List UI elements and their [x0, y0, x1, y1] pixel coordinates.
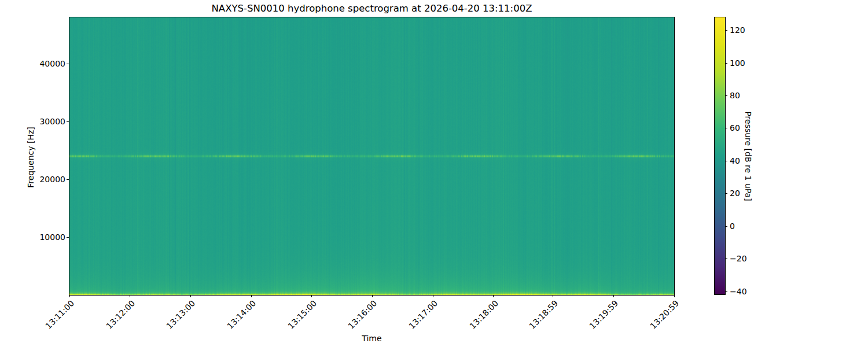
colorbar-tick-mark — [725, 128, 727, 128]
colorbar-tick-label: 40 — [730, 156, 740, 165]
colorbar-tick-label: 100 — [730, 58, 745, 68]
colorbar-tick-label: 60 — [730, 123, 740, 132]
x-tick-mark — [493, 295, 494, 297]
colorbar-tick-mark — [725, 30, 727, 31]
y-tick-label: 30000 — [25, 117, 65, 126]
colorbar-tick-label: −40 — [730, 287, 747, 296]
x-tick-mark — [433, 295, 433, 297]
colorbar-tick-label: 120 — [730, 25, 745, 35]
colorbar-gradient — [715, 17, 725, 294]
colorbar-tick-label: 80 — [730, 91, 740, 100]
x-tick-mark — [251, 295, 252, 297]
x-tick-text: 13:18:00 — [468, 298, 500, 331]
colorbar-tick-mark — [725, 291, 727, 292]
spectrogram-plot — [69, 17, 675, 296]
x-tick-mark — [674, 295, 675, 297]
chart-title: NAXYS-SN0010 hydrophone spectrogram at 2… — [69, 3, 674, 14]
x-tick-mark — [553, 295, 553, 297]
x-tick-mark — [372, 295, 373, 297]
colorbar-tick-label: −20 — [730, 254, 747, 263]
x-tick-mark — [130, 295, 130, 297]
y-tick-label: 40000 — [25, 59, 65, 68]
y-axis-label: Frequency [Hz] — [26, 127, 35, 188]
y-tick-label: 10000 — [25, 232, 65, 242]
x-tick-mark — [311, 295, 312, 297]
x-tick-text: 13:18:59 — [527, 298, 560, 331]
x-tick-text: 13:11:00 — [44, 298, 76, 331]
colorbar-label: Pressure [dB re 1 uPa] — [744, 111, 753, 201]
colorbar-tick-mark — [725, 226, 727, 227]
figure: NAXYS-SN0010 hydrophone spectrogram at 2… — [0, 0, 868, 347]
x-tick-text: 13:14:00 — [226, 298, 258, 331]
colorbar-tick-mark — [725, 193, 727, 194]
x-tick-mark — [69, 295, 70, 297]
colorbar — [714, 17, 726, 295]
x-tick-mark — [190, 295, 191, 297]
colorbar-tick-label: 20 — [730, 189, 740, 198]
x-tick-text: 13:15:00 — [286, 298, 318, 331]
colorbar-tick-mark — [725, 63, 727, 64]
y-tick-mark — [67, 179, 69, 180]
colorbar-tick-mark — [725, 259, 727, 259]
y-tick-mark — [67, 121, 69, 122]
y-tick-mark — [67, 237, 69, 238]
x-tick-text: 13:19:59 — [588, 298, 620, 331]
colorbar-tick-label: 0 — [730, 222, 735, 231]
x-tick-text: 13:16:00 — [347, 298, 379, 331]
x-axis-label: Time — [69, 334, 674, 343]
y-tick-mark — [67, 64, 69, 64]
spectrogram-canvas — [69, 17, 674, 295]
x-tick-text: 13:13:00 — [165, 298, 197, 331]
x-tick-text: 13:12:00 — [104, 298, 137, 331]
colorbar-tick-mark — [725, 95, 727, 96]
x-tick-text: 13:17:00 — [407, 298, 440, 331]
x-tick-text: 13:20:59 — [649, 298, 681, 331]
colorbar-tick-mark — [725, 161, 727, 161]
x-tick-mark — [613, 295, 614, 297]
